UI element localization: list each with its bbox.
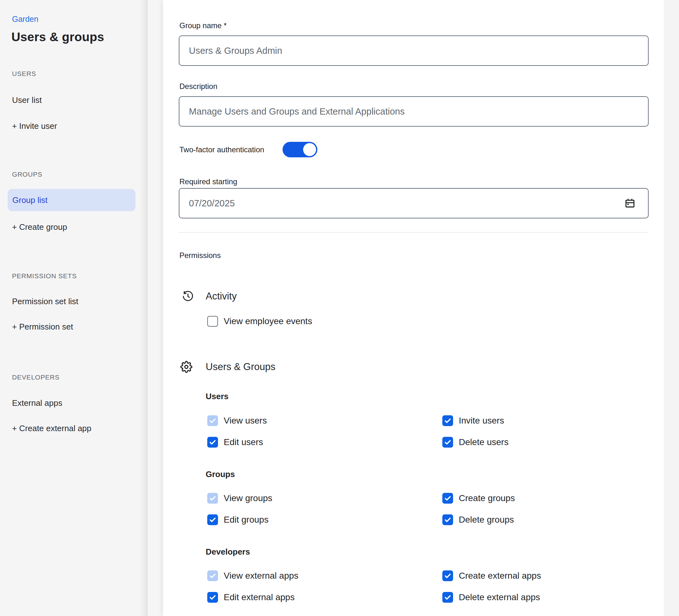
- checkbox-edit-external-apps[interactable]: [207, 592, 218, 603]
- checkbox-invite-users[interactable]: [442, 415, 453, 426]
- checkbox-label: Create external apps: [459, 571, 541, 581]
- checkbox-row-delete-groups[interactable]: Delete groups: [442, 514, 649, 525]
- developers-permissions-grid: View external apps Create external apps …: [207, 571, 649, 613]
- subhead-users: Users: [206, 391, 228, 401]
- sidebar-item-external-apps[interactable]: External apps: [12, 397, 62, 409]
- checkbox-create-groups[interactable]: [442, 493, 453, 504]
- checkbox-row-edit-users[interactable]: Edit users: [207, 437, 442, 448]
- two-factor-toggle[interactable]: [283, 142, 317, 157]
- history-icon: [182, 290, 194, 302]
- checkbox-label: Invite users: [459, 415, 504, 426]
- checkbox-label: Edit external apps: [224, 592, 295, 603]
- group-edit-panel: Group name * Description Two-factor auth…: [163, 0, 664, 616]
- checkbox-view-external-apps: [207, 571, 218, 581]
- toggle-knob: [303, 143, 316, 156]
- checkbox-label: Edit groups: [224, 514, 269, 525]
- checkbox-label: View groups: [224, 493, 272, 504]
- checkbox-label: Delete users: [459, 437, 509, 448]
- sidebar-item-create-external-app[interactable]: + Create external app: [12, 423, 91, 434]
- right-gutter: [664, 0, 679, 616]
- calendar-icon[interactable]: [624, 197, 636, 209]
- sidebar: Garden Users & groups USERS User list + …: [0, 0, 148, 616]
- gear-icon: [180, 361, 192, 373]
- checkbox-label: Edit users: [224, 437, 263, 448]
- sidebar-item-create-group[interactable]: + Create group: [12, 221, 67, 233]
- nav-header-users: USERS: [12, 69, 36, 78]
- checkbox-row-delete-users[interactable]: Delete users: [442, 437, 649, 448]
- sidebar-item-user-list[interactable]: User list: [12, 94, 42, 106]
- activity-permissions-grid: View employee events: [207, 316, 649, 337]
- activity-section-heading: Activity: [206, 290, 237, 302]
- nav-header-developers: DEVELOPERS: [12, 373, 60, 382]
- checkbox-row-view-external-apps[interactable]: View external apps: [207, 571, 442, 581]
- sidebar-item-group-list-label: Group list: [12, 189, 47, 211]
- required-starting-label: Required starting: [180, 177, 237, 186]
- checkbox-row-invite-users[interactable]: Invite users: [442, 415, 649, 426]
- description-label: Description: [180, 82, 217, 91]
- checkbox-row-create-external-apps[interactable]: Create external apps: [442, 571, 649, 581]
- checkbox-delete-external-apps[interactable]: [442, 592, 453, 603]
- checkbox-label: Delete groups: [459, 514, 514, 525]
- two-factor-label: Two-factor authentication: [180, 145, 264, 155]
- checkbox-row-view-users[interactable]: View users: [207, 415, 442, 426]
- checkbox-view-users: [207, 415, 218, 426]
- users-permissions-grid: View users Invite users Edit users Delet…: [207, 415, 649, 458]
- checkbox-row-edit-groups[interactable]: Edit groups: [207, 514, 442, 525]
- checkbox-label: View users: [224, 415, 267, 426]
- required-starting-input[interactable]: [179, 188, 649, 218]
- checkbox-view-employee-events[interactable]: [207, 316, 218, 327]
- checkbox-row-create-groups[interactable]: Create groups: [442, 493, 649, 504]
- checkbox-row-edit-external-apps[interactable]: Edit external apps: [207, 592, 442, 603]
- checkbox-row-view-employee-events[interactable]: View employee events: [207, 316, 442, 327]
- sidebar-item-permission-set-list[interactable]: Permission set list: [12, 296, 78, 307]
- page-title: Users & groups: [11, 30, 104, 44]
- nav-header-groups: GROUPS: [12, 170, 42, 179]
- section-divider: [179, 232, 649, 233]
- checkbox-label: View external apps: [224, 571, 298, 581]
- permissions-label: Permissions: [180, 251, 221, 260]
- checkbox-label: Delete external apps: [459, 592, 540, 603]
- checkbox-edit-users[interactable]: [207, 437, 218, 448]
- nav-header-permission-sets: PERMISSION SETS: [12, 272, 77, 280]
- subhead-groups: Groups: [206, 469, 235, 479]
- description-input[interactable]: [179, 96, 649, 127]
- checkbox-delete-users[interactable]: [442, 437, 453, 448]
- checkbox-label: View employee events: [224, 316, 312, 327]
- users-groups-section-heading: Users & Groups: [206, 361, 276, 373]
- checkbox-row-delete-external-apps[interactable]: Delete external apps: [442, 592, 649, 603]
- sidebar-item-add-permission-set[interactable]: + Permission set: [12, 321, 73, 332]
- group-name-input[interactable]: [179, 35, 649, 66]
- sidebar-item-group-list[interactable]: Group list: [8, 189, 135, 211]
- sidebar-item-invite-user[interactable]: + Invite user: [12, 120, 57, 132]
- required-starting-field: [179, 188, 649, 218]
- checkbox-create-external-apps[interactable]: [442, 571, 453, 581]
- checkbox-edit-groups[interactable]: [207, 514, 218, 525]
- groups-permissions-grid: View groups Create groups Edit groups De…: [207, 493, 649, 536]
- checkbox-row-view-groups[interactable]: View groups: [207, 493, 442, 504]
- users-groups-admin-page: { "sidebar": { "product": "Garden", "tit…: [0, 0, 679, 616]
- subhead-developers: Developers: [206, 547, 250, 557]
- group-name-label: Group name *: [180, 21, 227, 30]
- breadcrumb-garden-link[interactable]: Garden: [12, 14, 38, 24]
- checkbox-view-groups: [207, 493, 218, 504]
- checkbox-delete-groups[interactable]: [442, 514, 453, 525]
- checkbox-label: Create groups: [459, 493, 515, 504]
